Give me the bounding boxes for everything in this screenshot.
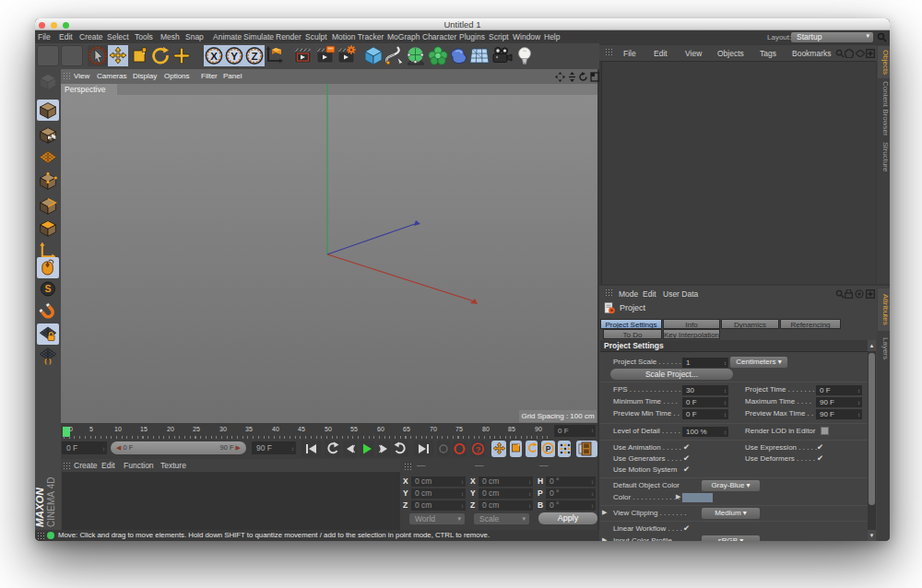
svg-text:Y: Y xyxy=(230,51,238,62)
svg-text:X: X xyxy=(210,51,218,62)
svg-text:P: P xyxy=(546,444,551,453)
svg-text:S: S xyxy=(44,283,51,294)
svg-text:?: ? xyxy=(476,445,481,454)
svg-text:( ): ( ) xyxy=(44,357,52,364)
svg-text:Z: Z xyxy=(251,51,257,62)
